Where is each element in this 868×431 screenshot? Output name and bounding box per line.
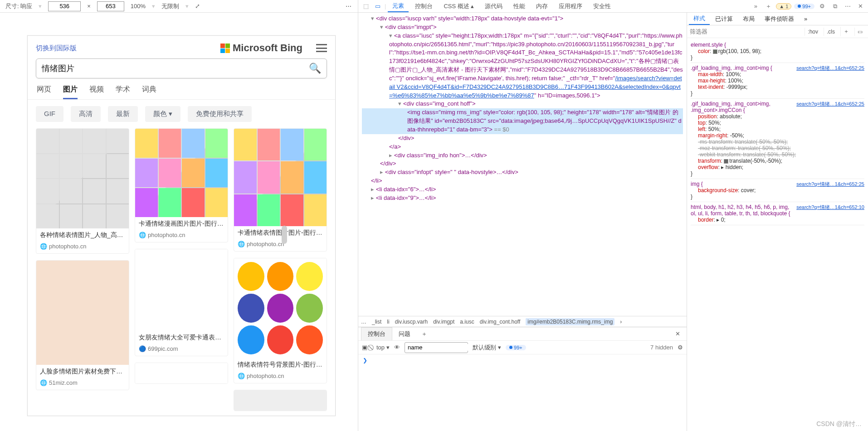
image-result[interactable]: 卡通情绪表情图片图片-图行… 🌐 photophoto.cn — [234, 128, 327, 252]
dom-node[interactable]: <div class="iuscp varh" style="width:178… — [362, 15, 683, 23]
dom-node[interactable]: </div> — [362, 134, 683, 143]
filter-license[interactable]: 免费使用和共享 — [188, 106, 252, 122]
device-more-icon[interactable]: ⋯ — [346, 3, 352, 10]
bing-logo: Microsoft Bing — [220, 42, 302, 54]
new-rule-icon[interactable]: ＋ — [840, 27, 852, 36]
log-level-select[interactable]: 默认级别 ▾ — [473, 344, 501, 352]
dock-icon[interactable]: ⧉ — [830, 1, 840, 11]
styles-tab-layout[interactable]: 布局 — [738, 13, 759, 25]
issues-badge[interactable]: 99+ — [794, 4, 814, 9]
warnings-badge[interactable]: ▲ 1 — [776, 3, 791, 10]
image-result[interactable] — [135, 363, 228, 384]
more-tabs-icon[interactable]: » — [751, 1, 761, 11]
styles-filter-input[interactable] — [690, 28, 802, 35]
console-issues-badge[interactable]: 99+ — [506, 345, 526, 350]
dom-node[interactable]: <div class="img_info hon">…</div> — [362, 151, 683, 160]
throttle-select[interactable]: 无限制 — [161, 2, 179, 10]
responsive-size-label[interactable]: 尺寸: 响应 — [5, 2, 32, 10]
tab-elements[interactable]: 元素 — [388, 0, 409, 12]
source-link[interactable]: search?q=情绪…1&ch=652:10 — [796, 204, 864, 211]
computed-toggle-icon[interactable]: ▭ — [854, 28, 865, 36]
devtools-more-icon[interactable]: ⋯ — [843, 1, 853, 11]
drawer-close-icon[interactable]: ✕ — [672, 329, 684, 339]
inspect-icon[interactable]: ⬚ — [361, 1, 371, 11]
watermark: CSDN @清忖… — [816, 420, 862, 428]
tab-memory[interactable]: 内存 — [532, 0, 552, 12]
cls-toggle[interactable]: .cls — [824, 28, 838, 36]
image-source: 🌐 photophoto.cn — [234, 373, 327, 383]
add-tab-icon[interactable]: ＋ — [763, 1, 773, 11]
tab-sources[interactable]: 源代码 — [480, 0, 507, 12]
dom-node[interactable]: <li data-idx="9">…</li> — [362, 194, 683, 203]
styles-tab-computed[interactable]: 已计算 — [711, 13, 737, 25]
tab-video[interactable]: 视频 — [89, 85, 104, 99]
close-devtools-icon[interactable]: ✕ — [855, 1, 865, 11]
tab-dictionary[interactable]: 词典 — [142, 85, 156, 99]
search-input[interactable] — [42, 64, 309, 73]
dom-node[interactable]: </div> — [362, 160, 683, 168]
dom-node-selected[interactable]: <img class="mimg rms_img" style="color: … — [362, 108, 683, 134]
styles-tab-styles[interactable]: 样式 — [689, 13, 710, 25]
filter-gif[interactable]: GIF — [36, 106, 63, 122]
live-expression-icon[interactable]: 👁 — [394, 344, 400, 351]
console-sidebar-toggle-icon[interactable]: ▣ — [362, 344, 367, 351]
dom-node[interactable]: <a class="iusc" style="height:178px;widt… — [362, 32, 683, 100]
image-source: 🌐 photophoto.cn — [135, 232, 228, 242]
intl-version-link[interactable]: 切换到国际版 — [36, 44, 77, 53]
image-result[interactable]: 各种情绪表情图片_人物_高… 🌐 photophoto.cn — [36, 128, 129, 254]
dom-tree[interactable]: <div class="iuscp varh" style="width:178… — [358, 13, 687, 316]
zoom-select[interactable]: 100% — [131, 3, 146, 10]
source-link[interactable]: search?q=情绪…1&ch=652:25 — [796, 101, 864, 107]
tab-web[interactable]: 网页 — [37, 85, 51, 99]
drawer-tab-console[interactable]: 控制台 — [361, 327, 392, 340]
image-result[interactable]: 卡通情绪漫画图片图片-图行… 🌐 photophoto.cn — [135, 128, 228, 242]
console-output[interactable]: ❯ — [358, 354, 687, 431]
search-box[interactable]: 🔍 — [36, 58, 327, 78]
hov-toggle[interactable]: :hov — [805, 28, 821, 36]
drawer-add-tab-icon[interactable]: ＋ — [417, 328, 432, 340]
tab-console[interactable]: 控制台 — [410, 0, 437, 12]
execution-context-select[interactable]: top ▾ — [376, 344, 390, 351]
image-result[interactable]: 情绪表情符号背景图片-图行… 🌐 photophoto.cn — [234, 258, 327, 383]
tab-images[interactable]: 图片 — [63, 85, 78, 99]
image-title: 各种情绪表情图片_人物_高… — [36, 228, 129, 243]
preview-scrollbar[interactable] — [282, 226, 287, 244]
rotate-icon[interactable]: ⤢ — [195, 3, 200, 10]
console-settings-icon[interactable]: ⚙ — [678, 344, 683, 351]
dom-node[interactable]: <li data-idx="6">…</li> — [362, 185, 683, 194]
search-icon[interactable]: 🔍 — [309, 63, 321, 74]
filter-color[interactable]: 颜色 ▾ — [145, 106, 180, 122]
dom-node[interactable]: <div class="img_cont hoff"> — [362, 100, 683, 108]
hidden-count[interactable]: 7 hidden — [650, 344, 673, 351]
styles-rules[interactable]: element.style { color: rgb(100, 105, 98)… — [687, 38, 868, 431]
dom-node[interactable]: <div class="imgpt"> — [362, 23, 683, 32]
dom-node[interactable]: <div class="infopt" style=" " data-hovst… — [362, 168, 683, 177]
tab-security[interactable]: 安全性 — [589, 0, 615, 12]
console-filter-input[interactable]: ⓧ — [405, 342, 468, 353]
settings-icon[interactable]: ⚙ — [817, 1, 827, 11]
drawer-tab-issues[interactable]: 问题 — [392, 328, 417, 340]
hamburger-icon[interactable] — [316, 44, 327, 52]
source-link[interactable]: search?q=情绪…1&ch=652:25 — [796, 65, 864, 72]
image-result[interactable]: 人脸多情绪图片素材免费下… 🌐 51miz.com — [36, 260, 129, 390]
device-width-input[interactable] — [48, 1, 81, 11]
dom-node[interactable]: </a> — [362, 143, 683, 151]
tab-performance[interactable]: 性能 — [509, 0, 530, 12]
styles-more-icon[interactable]: » — [800, 14, 812, 24]
dom-node[interactable]: </li> — [362, 177, 683, 185]
preview-canvas: 切换到国际版 Microsoft Bing 🔍 网页 图片 — [0, 13, 358, 431]
image-result[interactable] — [234, 390, 327, 411]
filter-latest[interactable]: 最新 — [108, 106, 138, 122]
tab-application[interactable]: 应用程序 — [554, 0, 587, 12]
filter-hd[interactable]: 高清 — [71, 106, 101, 122]
device-mode-icon[interactable]: ▭ — [373, 1, 383, 11]
tab-academic[interactable]: 学术 — [116, 85, 130, 99]
tab-css-overview[interactable]: CSS 概述 ▴ — [439, 0, 478, 12]
dom-breadcrumb[interactable]: … _list li div.iuscp.varh div.imgpt a.iu… — [358, 316, 687, 327]
source-link[interactable]: search?q=情绪…1&ch=652:25 — [796, 181, 864, 188]
image-result[interactable]: 女朋友情绪大全可爱卡通表… 🔵 699pic.com — [135, 249, 228, 356]
crumb-scroll-right-icon[interactable]: › — [620, 319, 622, 325]
styles-tab-listeners[interactable]: 事件侦听器 — [760, 13, 799, 25]
image-title: 情绪表情符号背景图片-图行… — [234, 358, 327, 373]
device-height-input[interactable] — [97, 1, 124, 11]
